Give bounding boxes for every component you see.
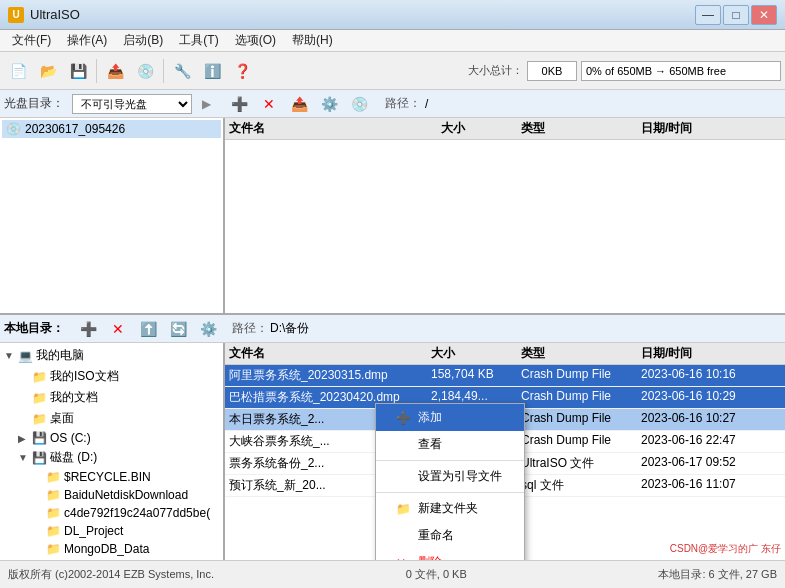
local-delete-btn[interactable]: ✕ [104, 315, 132, 343]
tree-mongodb[interactable]: 📁 MongoDB_Data [2, 540, 221, 558]
local-col-name: 文件名 [229, 345, 431, 362]
local-col-size: 大小 [431, 345, 521, 362]
menu-boot[interactable]: 启动(B) [115, 30, 171, 51]
status-bar: 版权所有 (c)2002-2014 EZB Systems, Inc. 0 文件… [0, 560, 785, 588]
info-button[interactable]: ℹ️ [198, 57, 226, 85]
status-copyright: 版权所有 (c)2002-2014 EZB Systems, Inc. [8, 567, 214, 582]
local-tree: ▼ 💻 我的电脑 📁 我的ISO文档 📁 我的文档 📁 [0, 343, 225, 560]
tree-desktop[interactable]: 📁 桌面 [2, 408, 221, 429]
ctx-set-boot[interactable]: 设置为引导文件 [376, 463, 524, 490]
local-file-header: 文件名 大小 类型 日期/时间 [225, 343, 785, 365]
menu-bar: 文件(F) 操作(A) 启动(B) 工具(T) 选项(O) 帮助(H) [0, 30, 785, 52]
size-area: 大小总计： 0% of 650MB → 650MB free [468, 61, 781, 81]
tree-recycle[interactable]: 📁 $RECYCLE.BIN [2, 468, 221, 486]
tree-baidu[interactable]: 📁 BaiduNetdiskDownload [2, 486, 221, 504]
iso-action-buttons: ➕ ✕ 📤 ⚙️ 💿 [225, 90, 373, 118]
disc-icon: 💿 [6, 122, 21, 136]
disc-bar: 光盘目录： 不可引导光盘 ▶ ➕ ✕ 📤 ⚙️ 💿 路径： / [0, 90, 785, 118]
tree-dl-project[interactable]: 📁 DL_Project [2, 522, 221, 540]
new-button[interactable]: 📄 [4, 57, 32, 85]
file-type-2: Crash Dump File [521, 411, 641, 428]
file-type-0: Crash Dump File [521, 367, 641, 384]
local-add-btn[interactable]: ➕ [74, 315, 102, 343]
toolbar-sep-1 [96, 59, 97, 83]
file-type-1: Crash Dump File [521, 389, 641, 406]
progress-text: 0% of 650MB → 650MB free [586, 65, 726, 77]
delete-icon: ✕ [396, 556, 412, 561]
tree-disk-d[interactable]: ▼ 💾 磁盘 (D:) [2, 447, 221, 468]
file-row-0[interactable]: 阿里票务系统_20230315.dmp 158,704 KB Crash Dum… [225, 365, 785, 387]
local-path-label: 路径： [232, 320, 268, 337]
local-refresh-btn[interactable]: 🔄 [164, 315, 192, 343]
col-date-header: 日期/时间 [641, 120, 781, 137]
watermark: CSDN@爱学习的广 东仔 [670, 542, 781, 556]
local-toolbar: 本地目录： ➕ ✕ ⬆️ 🔄 ⚙️ 路径： D:\备份 [0, 315, 785, 343]
iso-file-header: 文件名 大小 类型 日期/时间 [225, 118, 785, 140]
open-button[interactable]: 📂 [34, 57, 62, 85]
local-col-type: 类型 [521, 345, 641, 362]
prop-button[interactable]: 🔧 [168, 57, 196, 85]
iso-delete-btn[interactable]: ✕ [255, 90, 283, 118]
menu-operation[interactable]: 操作(A) [59, 30, 115, 51]
ctx-rename[interactable]: 重命名 [376, 522, 524, 549]
menu-options[interactable]: 选项(O) [227, 30, 284, 51]
close-button[interactable]: ✕ [751, 5, 777, 25]
toolbar-sep-2 [163, 59, 164, 83]
tree-c4de[interactable]: 📁 c4de792f19c24a077dd5be( [2, 504, 221, 522]
iso-extract-btn[interactable]: 📤 [285, 90, 313, 118]
tree-my-docs[interactable]: 📁 我的文档 [2, 387, 221, 408]
ctx-add[interactable]: ➕ 添加 [376, 404, 524, 431]
menu-help[interactable]: 帮助(H) [284, 30, 341, 51]
maximize-button[interactable]: □ [723, 5, 749, 25]
disc-label: 光盘目录： [4, 95, 64, 112]
size-progress: 0% of 650MB → 650MB free [581, 61, 781, 81]
file-name-0: 阿里票务系统_20230315.dmp [229, 367, 431, 384]
size-label: 大小总计： [468, 63, 523, 78]
bottom-pane: ▼ 💻 我的电脑 📁 我的ISO文档 📁 我的文档 📁 [0, 343, 785, 560]
menu-file[interactable]: 文件(F) [4, 30, 59, 51]
iso-tree: 💿 20230617_095426 [0, 118, 225, 313]
disc-select[interactable]: 不可引导光盘 [72, 94, 192, 114]
col-type-header: 类型 [521, 120, 641, 137]
main-content: 💿 20230617_095426 文件名 大小 类型 日期/时间 本地目录： … [0, 118, 785, 560]
iso-mount-btn[interactable]: 💿 [345, 90, 373, 118]
extract-button[interactable]: 📤 [101, 57, 129, 85]
iso-add-btn[interactable]: ➕ [225, 90, 253, 118]
status-local: 本地目录: 6 文件, 27 GB [658, 567, 777, 582]
tree-mycomputer[interactable]: ▼ 💻 我的电脑 [2, 345, 221, 366]
ctx-view[interactable]: 查看 [376, 431, 524, 458]
minimize-button[interactable]: — [695, 5, 721, 25]
local-settings-btn[interactable]: ⚙️ [194, 315, 222, 343]
iso-tree-item[interactable]: 💿 20230617_095426 [2, 120, 221, 138]
title-bar: U UltraISO — □ ✕ [0, 0, 785, 30]
disc-arrow: ▶ [202, 97, 211, 111]
app-icon: U [8, 7, 24, 23]
size-input[interactable] [527, 61, 577, 81]
local-col-date: 日期/时间 [641, 345, 781, 362]
save-button[interactable]: 💾 [64, 57, 92, 85]
col-size-header: 大小 [441, 120, 521, 137]
menu-tools[interactable]: 工具(T) [171, 30, 226, 51]
local-up-btn[interactable]: ⬆️ [134, 315, 162, 343]
burn-button[interactable]: 💿 [131, 57, 159, 85]
ctx-delete[interactable]: ✕ 删除 [376, 549, 524, 560]
file-date-5: 2023-06-16 11:07 [641, 477, 781, 494]
title-controls: — □ ✕ [695, 5, 777, 25]
tree-os-c[interactable]: ▶ 💾 OS (C:) [2, 429, 221, 447]
file-date-1: 2023-06-16 10:29 [641, 389, 781, 406]
local-path-value: D:\备份 [270, 320, 309, 337]
local-dir-label: 本地目录： [4, 320, 64, 337]
iso-props-btn[interactable]: ⚙️ [315, 90, 343, 118]
ctx-new-folder[interactable]: 📁 新建文件夹 [376, 495, 524, 522]
help-button[interactable]: ❓ [228, 57, 256, 85]
local-file-list: 文件名 大小 类型 日期/时间 阿里票务系统_20230315.dmp 158,… [225, 343, 785, 560]
file-date-0: 2023-06-16 10:16 [641, 367, 781, 384]
iso-file-list: 文件名 大小 类型 日期/时间 [225, 118, 785, 313]
ctx-sep-1 [376, 460, 524, 461]
col-name-header: 文件名 [229, 120, 441, 137]
tree-iso-docs[interactable]: 📁 我的ISO文档 [2, 366, 221, 387]
file-date-3: 2023-06-16 22:47 [641, 433, 781, 450]
iso-path-value: / [425, 97, 428, 111]
context-menu: ➕ 添加 查看 设置为引导文件 📁 新建文件夹 [375, 403, 525, 560]
new-folder-icon: 📁 [396, 502, 412, 516]
